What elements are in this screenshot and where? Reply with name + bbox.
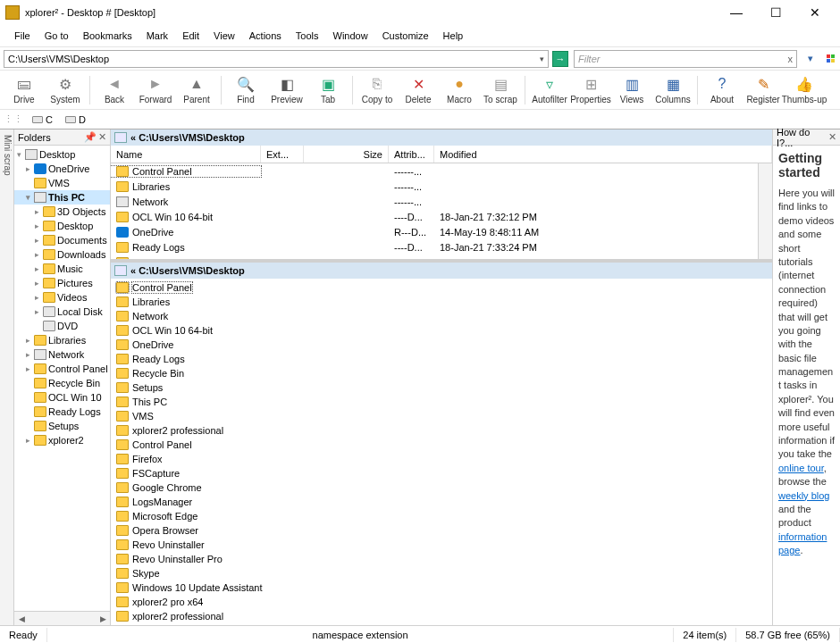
icon-item[interactable]: Libraries — [116, 295, 268, 309]
tree-item[interactable]: ▸Music — [14, 262, 110, 276]
tree-item[interactable]: ▸Control Panel — [14, 362, 110, 376]
close-button[interactable]: ✕ — [795, 0, 835, 25]
delete-button[interactable]: ✕Delete — [398, 72, 439, 108]
back-button[interactable]: ◄Back — [94, 72, 135, 108]
tree-item[interactable]: VMS — [14, 176, 110, 190]
tree-item[interactable]: ▸Pictures — [14, 276, 110, 290]
file-row[interactable]: OneDriveR---D...14-May-19 8:48:11 AM — [111, 224, 758, 239]
maximize-button[interactable]: ☐ — [756, 0, 795, 25]
close-pane-icon[interactable]: ✕ — [828, 131, 836, 143]
icon-item[interactable]: xplorer2 professional — [116, 423, 268, 438]
expand-icon[interactable]: ▸ — [32, 307, 41, 316]
bottom-path-bar[interactable]: « C:\Users\VMS\Desktop — [111, 263, 772, 279]
drivebar-grip-icon[interactable]: ⋮⋮ — [4, 113, 23, 125]
menu-window[interactable]: Window — [326, 27, 375, 45]
tree-item[interactable]: Ready Logs — [14, 405, 110, 419]
about-button[interactable]: ?About — [701, 72, 743, 108]
weekly-blog-link[interactable]: weekly blog — [778, 490, 829, 501]
tree-item[interactable]: ▸Desktop — [14, 219, 110, 233]
icon-item[interactable]: Ready Logs — [116, 352, 268, 366]
system-button[interactable]: ⚙System — [45, 72, 86, 108]
icon-item[interactable]: Google Chrome — [116, 480, 268, 495]
icon-item[interactable]: Opera Browser — [116, 523, 268, 538]
icon-item[interactable]: Firefox — [116, 452, 268, 466]
expand-icon[interactable]: ▾ — [14, 150, 23, 159]
filter-input[interactable]: Filter x — [574, 50, 797, 68]
file-list[interactable]: Control Panel------...Libraries------...… — [111, 163, 758, 259]
copy-to-button[interactable]: ⎘Copy to — [357, 72, 398, 108]
clear-filter-icon[interactable]: x — [788, 54, 794, 64]
expand-icon[interactable]: ▾ — [23, 193, 32, 202]
expand-icon[interactable]: ▸ — [32, 264, 41, 273]
icon-item[interactable]: Revo Uninstaller — [116, 538, 268, 552]
tree-item[interactable]: OCL Win 10 — [14, 390, 110, 405]
expand-icon[interactable]: ▸ — [32, 221, 41, 230]
column-modified[interactable]: Modified — [434, 146, 772, 163]
icon-item[interactable]: Microsoft Edge — [116, 509, 268, 523]
icon-item[interactable]: Revo Uninstaller Pro — [116, 552, 268, 566]
filter-funnel-icon[interactable]: ▾ — [802, 51, 819, 67]
expand-icon[interactable]: ▸ — [32, 279, 41, 288]
tree-item[interactable]: ▸3D Objects — [14, 205, 110, 219]
drive-button[interactable]: 🖴Drive — [4, 72, 45, 108]
icon-item[interactable]: xplorer2 professional — [116, 609, 268, 623]
expand-icon[interactable]: ▸ — [23, 350, 32, 359]
tree-item[interactable]: ▸Libraries — [14, 333, 110, 347]
icon-item[interactable]: OneDrive — [116, 338, 268, 352]
tree-item[interactable]: DVD — [14, 319, 110, 333]
tree-item[interactable]: ▸Local Disk — [14, 305, 110, 319]
scroll-right-icon[interactable]: ▶ — [96, 612, 110, 626]
top-path-bar[interactable]: « C:\Users\VMS\Desktop — [111, 129, 772, 146]
icon-item[interactable]: Network — [116, 309, 268, 323]
menu-go-to[interactable]: Go to — [38, 27, 76, 45]
menu-bookmarks[interactable]: Bookmarks — [76, 27, 139, 45]
register-button[interactable]: ✎Register — [743, 72, 784, 108]
menu-edit[interactable]: Edit — [175, 27, 206, 45]
minimize-button[interactable]: — — [717, 0, 756, 25]
icon-item[interactable]: OCL Win 10 64-bit — [116, 323, 268, 338]
autofilter-button[interactable]: ▿Autofilter — [529, 72, 570, 108]
list-vscrollbar[interactable] — [758, 163, 772, 259]
column-name[interactable]: Name — [111, 146, 261, 163]
tree-item[interactable]: ▸Documents — [14, 233, 110, 247]
tree-hscrollbar[interactable]: ◀ ▶ — [14, 611, 110, 625]
menu-actions[interactable]: Actions — [242, 27, 289, 45]
drive-c[interactable]: C — [29, 113, 56, 126]
tree-item[interactable]: ▾Desktop — [14, 147, 110, 162]
menu-mark[interactable]: Mark — [139, 27, 175, 45]
close-pane-icon[interactable]: ✕ — [98, 131, 106, 143]
tree-item[interactable]: Recycle Bin — [14, 376, 110, 390]
find-button[interactable]: 🔍Find — [225, 72, 266, 108]
icon-item[interactable]: This PC — [116, 395, 268, 409]
address-input[interactable]: C:\Users\VMS\Desktop ▾ — [4, 50, 549, 68]
scroll-left-icon[interactable]: ◀ — [14, 612, 29, 626]
tree-item[interactable]: ▸xplorer2 — [14, 433, 110, 447]
address-dropdown-icon[interactable]: ▾ — [540, 54, 544, 63]
menu-help[interactable]: Help — [436, 27, 471, 45]
expand-icon[interactable]: ▸ — [32, 250, 41, 259]
icon-item[interactable]: Control Panel — [116, 280, 268, 295]
pin-icon[interactable]: 📌 — [84, 131, 97, 143]
icon-item[interactable]: Setups — [116, 380, 268, 395]
view-tiles-icon[interactable] — [822, 51, 838, 67]
icon-item[interactable]: LogsManager — [116, 495, 268, 509]
icon-item[interactable]: VMS — [116, 409, 268, 423]
tree-item[interactable]: ▾This PC — [14, 190, 110, 205]
menu-tools[interactable]: Tools — [289, 27, 326, 45]
properties-button[interactable]: ⊞Properties — [570, 72, 611, 108]
expand-icon[interactable]: ▸ — [23, 336, 32, 345]
bottom-icon-list[interactable]: Control PanelLibrariesNetworkOCL Win 10 … — [111, 279, 772, 625]
drive-d[interactable]: D — [62, 113, 89, 126]
column-attrib[interactable]: Attrib... — [389, 146, 434, 163]
expand-icon[interactable]: ▸ — [23, 164, 32, 173]
expand-icon[interactable]: ▸ — [32, 207, 41, 216]
column-ext[interactable]: Ext... — [261, 146, 304, 163]
file-row[interactable]: Ready Logs----D...18-Jan-21 7:33:24 PM — [111, 239, 758, 255]
tree-item[interactable]: ▸OneDrive — [14, 162, 110, 176]
parent-button[interactable]: ▲Parent — [176, 72, 217, 108]
online-tour-link[interactable]: online tour — [778, 463, 824, 473]
columns-button[interactable]: ▦Columns — [652, 72, 693, 108]
tree-item[interactable]: Setups — [14, 419, 110, 433]
thumbs-up-button[interactable]: 👍Thumbs-up — [784, 72, 825, 108]
file-row[interactable]: Libraries------... — [111, 179, 758, 194]
